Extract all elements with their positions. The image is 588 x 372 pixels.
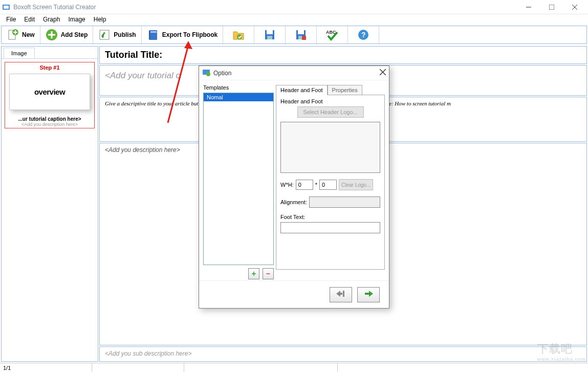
thumbnail-text: overview [13, 87, 86, 96]
add-template-button[interactable]: ＋ [248, 268, 259, 279]
app-icon [2, 3, 10, 11]
add-step-icon [46, 29, 58, 41]
header-foot-section-label: Header and Foot [280, 98, 380, 104]
wh-separator: * [315, 182, 317, 188]
alignment-label: Alignment: [280, 199, 307, 205]
step-title: Step #1 [6, 63, 93, 74]
svg-rect-16 [150, 31, 157, 33]
foot-text-input[interactable] [280, 222, 380, 233]
status-cell-2 [92, 363, 184, 372]
svg-rect-24 [302, 36, 306, 40]
app-title: Boxoft Screen Tutorial Creator [13, 4, 517, 11]
option-dialog: Option Templates Nomal ＋ － Header and Fo… [199, 65, 389, 309]
publish-label: Publish [114, 31, 136, 38]
dialog-icon [202, 68, 210, 78]
menu-edit[interactable]: Edit [20, 15, 39, 24]
add-step-label: Add Step [61, 31, 88, 38]
menubar: File Edit Graph Image Help [0, 14, 588, 25]
save-as-button[interactable] [286, 26, 317, 43]
window-titlebar: Boxoft Screen Tutorial Creator [0, 0, 588, 14]
left-panel: Image Step #1 overview ...ur tutorial ca… [1, 46, 98, 362]
foot-text-label: Foot Text: [280, 214, 380, 220]
width-input[interactable] [296, 180, 313, 190]
svg-rect-22 [298, 30, 304, 34]
plus-icon: ＋ [250, 269, 257, 278]
image-tab[interactable]: Image [4, 48, 35, 58]
open-folder-button[interactable] [223, 26, 254, 43]
close-button[interactable] [563, 0, 586, 14]
templates-list[interactable]: Nomal [203, 93, 274, 265]
spellcheck-icon: ABC [326, 29, 338, 41]
svg-rect-20 [267, 36, 272, 39]
tutorial-title-label: Tutorial Title: [99, 46, 587, 64]
maximize-button[interactable] [540, 0, 563, 14]
wh-label: W*H: [280, 182, 294, 188]
svg-rect-19 [267, 30, 273, 34]
arrow-left-icon [335, 290, 346, 299]
book-icon [147, 29, 159, 41]
save-button[interactable] [254, 26, 286, 43]
svg-rect-1 [4, 6, 9, 9]
spellcheck-button[interactable]: ABC [317, 26, 348, 43]
clear-logo-button[interactable]: Clear Logo... [339, 179, 373, 190]
help-button[interactable]: ? [348, 26, 379, 43]
tab-header-foot[interactable]: Header and Foot [276, 85, 328, 95]
thumbnail-preview: overview [9, 74, 90, 110]
sub-description-input[interactable]: <Add you sub description here> [99, 346, 587, 362]
thumbnail-caption: ...ur tutorial caption here> [6, 116, 93, 122]
menu-image[interactable]: Image [64, 15, 89, 24]
height-input[interactable] [319, 180, 337, 190]
watermark: 下载吧www.xiazaiba.com [537, 341, 586, 362]
svg-point-31 [206, 72, 210, 76]
help-icon: ? [357, 29, 369, 41]
menu-graph[interactable]: Graph [39, 15, 64, 24]
arrow-right-icon [363, 290, 374, 299]
remove-template-button[interactable]: － [263, 268, 274, 279]
svg-rect-13 [100, 30, 109, 39]
status-page: 1/1 [0, 363, 92, 372]
status-cell-3 [184, 363, 338, 372]
statusbar: 1/1 [0, 363, 588, 372]
dialog-title: Option [213, 70, 380, 77]
select-header-logo-button[interactable]: Select Header Logo... [297, 106, 364, 118]
templates-label: Templates [203, 84, 274, 93]
export-flipbook-button[interactable]: Export To Flipbook [142, 26, 223, 43]
logo-preview [280, 122, 380, 173]
save-as-icon [295, 29, 307, 41]
minimize-button[interactable] [517, 0, 540, 14]
alignment-select[interactable] [309, 196, 380, 208]
step-thumbnail[interactable]: Step #1 overview ...ur tutorial caption … [5, 62, 95, 128]
next-button[interactable] [357, 287, 380, 302]
dialog-titlebar[interactable]: Option [199, 66, 389, 80]
thumbnail-description: <Add you description here> [6, 122, 93, 127]
minus-icon: － [265, 269, 272, 278]
add-step-button[interactable]: Add Step [40, 26, 94, 43]
svg-text:?: ? [361, 31, 366, 39]
back-button[interactable] [330, 287, 352, 302]
toolbar: New Add Step Publish Export To Flipbook … [1, 26, 587, 44]
publish-icon [98, 29, 111, 41]
tab-properties[interactable]: Properties [328, 85, 362, 95]
export-label: Export To Flipbook [162, 31, 217, 38]
folder-icon [232, 29, 245, 41]
svg-rect-3 [549, 5, 554, 10]
dialog-close-button[interactable] [380, 69, 386, 77]
publish-button[interactable]: Publish [93, 26, 141, 43]
save-icon [264, 29, 276, 41]
svg-rect-34 [343, 291, 344, 297]
new-button[interactable]: New [2, 26, 40, 43]
svg-point-17 [237, 34, 242, 39]
new-label: New [22, 31, 35, 38]
menu-help[interactable]: Help [90, 15, 111, 24]
template-item-nomal[interactable]: Nomal [204, 93, 273, 101]
menu-file[interactable]: File [2, 15, 20, 24]
new-icon [7, 29, 19, 41]
